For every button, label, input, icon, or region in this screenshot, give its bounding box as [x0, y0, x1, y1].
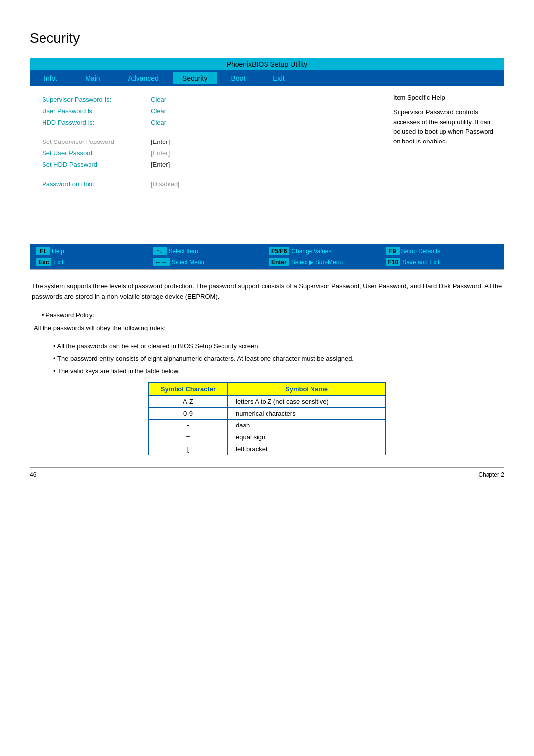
footer-key-f10: F10 — [386, 258, 401, 266]
footer-f5f6: F5/F6 Change Values — [267, 246, 384, 256]
menu-item-exit[interactable]: Exit — [259, 72, 298, 84]
footer-esc: Esc Exit — [34, 257, 151, 267]
table-cell-name-0: letters A to Z (not case sensitive) — [228, 395, 386, 407]
supervisor-password-is-label: Supervisor Password Is: — [42, 96, 151, 103]
menu-item-security[interactable]: Security — [173, 72, 218, 84]
table-cell-char-4: [ — [149, 443, 228, 455]
user-password-is-value: Clear — [151, 107, 166, 115]
footer-desc-f1: Help — [52, 248, 64, 255]
set-hdd-label: Set HDD Password — [42, 161, 151, 168]
table-cell-char-3: = — [149, 431, 228, 443]
footer-key-arrows: ↑↓ — [153, 247, 167, 255]
footer-enter: Enter Select ▶ Sub-Menu — [267, 257, 384, 267]
sub-bullet-1: • All the passwords can be set or cleare… — [53, 341, 504, 352]
user-password-is-label: User Password Is: — [42, 107, 151, 115]
table-cell-char-0: A-Z — [149, 395, 228, 407]
symbol-col1-header: Symbol Character — [149, 382, 228, 395]
setting-row-password-boot: Password on Boot: [Disabled] — [42, 180, 373, 188]
chapter-label: Chapter 2 — [478, 472, 504, 478]
footer-desc-enter: Select ▶ Sub-Menu — [291, 259, 343, 266]
symbol-col2-header: Symbol Name — [228, 382, 386, 395]
setting-row-user-is: User Password Is: Clear — [42, 107, 373, 115]
bios-menubar: Info. Main Advanced Security Boot Exit — [30, 70, 504, 86]
table-cell-name-2: dash — [228, 419, 386, 431]
setting-row-set-user: Set User Passord [Enter] — [42, 149, 373, 157]
top-rule — [30, 20, 504, 20]
table-row: A-Z letters A to Z (not case sensitive) — [149, 395, 386, 407]
policy-intro: All the passwords will obey the followin… — [32, 323, 504, 333]
supervisor-password-is-value: Clear — [151, 96, 166, 103]
table-row: = equal sign — [149, 431, 386, 443]
footer-desc-f9: Setup Defaults — [401, 248, 441, 255]
set-hdd-value: [Enter] — [151, 161, 170, 168]
setting-row-supervisor-is: Supervisor Password Is: Clear — [42, 96, 373, 103]
table-cell-name-1: numerical characters — [228, 407, 386, 419]
footer-key-f5f6: F5/F6 — [269, 247, 289, 255]
footer-key-lr: ←→ — [153, 258, 170, 266]
sub-bullet-2-icon: • — [53, 355, 56, 362]
menu-item-advanced[interactable]: Advanced — [114, 72, 173, 84]
footer-desc-arrows: Select Item — [169, 248, 198, 255]
bios-content: Supervisor Password Is: Clear User Passw… — [30, 86, 504, 244]
password-on-boot-label: Password on Boot: — [42, 180, 151, 188]
help-title: Item Specific Help — [393, 94, 496, 101]
table-cell-char-2: - — [149, 419, 228, 431]
table-cell-name-4: left bracket — [228, 443, 386, 455]
sub-bullet-2: • The password entry consists of eight a… — [53, 354, 504, 364]
hdd-password-is-value: Clear — [151, 119, 166, 126]
footer-desc-f10: Save and Exit — [402, 259, 439, 266]
bios-left-pane: Supervisor Password Is: Clear User Passw… — [30, 86, 385, 244]
page-number: 46 — [30, 472, 36, 478]
footer-f9: F9 Setup Defaults — [384, 246, 500, 256]
table-row: 0-9 numerical characters — [149, 407, 386, 419]
table-cell-name-3: equal sign — [228, 431, 386, 443]
footer-key-f1: F1 — [36, 247, 50, 255]
table-row: [ left bracket — [149, 443, 386, 455]
page-title: Security — [30, 30, 504, 46]
footer-key-enter: Enter — [269, 258, 289, 266]
footer-key-esc: Esc — [36, 258, 51, 266]
menu-item-boot[interactable]: Boot — [217, 72, 259, 84]
help-text: Supervisor Password controls accesses of… — [393, 107, 496, 146]
footer-desc-esc: Exit — [53, 259, 63, 266]
sub-bullet-3-icon: • — [53, 367, 56, 375]
main-description: The system supports three levels of pass… — [30, 282, 504, 302]
footer-key-f9: F9 — [386, 247, 400, 255]
set-user-value: [Enter] — [151, 149, 170, 157]
bios-titlebar: PhoenixBIOS Setup Utility — [30, 58, 504, 70]
symbol-table: Symbol Character Symbol Name A-Z letters… — [148, 382, 386, 455]
footer-desc-lr: Select Menu — [172, 259, 205, 266]
set-supervisor-value: [Enter] — [151, 138, 170, 145]
footer-f1: F1 Help — [34, 246, 151, 256]
set-user-label: Set User Passord — [42, 149, 151, 157]
bios-right-pane: Item Specific Help Supervisor Password c… — [385, 86, 504, 244]
table-row: - dash — [149, 419, 386, 431]
set-supervisor-label: Set Supervisor Password — [42, 138, 151, 145]
password-on-boot-value: [Disabled] — [151, 180, 179, 188]
setting-row-set-supervisor: Set Supervisor Password [Enter] — [42, 138, 373, 145]
bullet-policy-icon: • — [42, 311, 44, 319]
bios-box: PhoenixBIOS Setup Utility Info. Main Adv… — [30, 58, 504, 270]
menu-item-info[interactable]: Info. — [30, 72, 71, 84]
menu-item-main[interactable]: Main — [71, 72, 114, 84]
bottom-footer: 46 Chapter 2 — [30, 467, 504, 478]
sub-bullet-1-icon: • — [53, 342, 56, 350]
bios-footer: F1 Help ↑↓ Select Item F5/F6 Change Valu… — [30, 244, 504, 269]
footer-f10: F10 Save and Exit — [384, 257, 500, 267]
table-cell-char-1: 0-9 — [149, 407, 228, 419]
sub-bullet-3: • The valid keys are listed in the table… — [53, 366, 504, 377]
hdd-password-is-label: HDD Password Is: — [42, 119, 151, 126]
bios-footer-grid: F1 Help ↑↓ Select Item F5/F6 Change Valu… — [34, 246, 500, 267]
footer-arrows: ↑↓ Select Item — [151, 246, 267, 256]
footer-desc-f5f6: Change Values — [291, 248, 331, 255]
setting-row-hdd-is: HDD Password Is: Clear — [42, 119, 373, 126]
footer-lr-arrows: ←→ Select Menu — [151, 257, 267, 267]
setting-row-set-hdd: Set HDD Password [Enter] — [42, 161, 373, 168]
policy-label: • Password Policy: — [42, 310, 504, 321]
